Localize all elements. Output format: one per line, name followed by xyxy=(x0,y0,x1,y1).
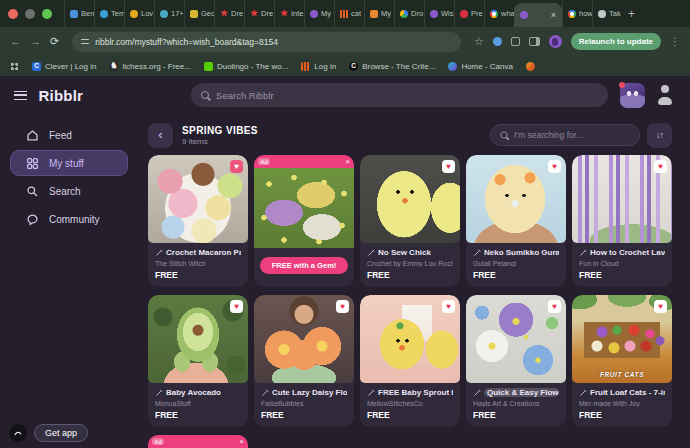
url-text[interactable]: ribblr.com/mystuff?which=wish_board&tag=… xyxy=(95,37,278,47)
app-badge-icon[interactable] xyxy=(9,424,27,442)
pattern-title[interactable]: Cute Lazy Daisy Flower (... xyxy=(272,388,347,397)
browser-tab[interactable]: cat xyxy=(334,0,364,27)
browser-tab[interactable]: My xyxy=(304,0,334,27)
hamburger-menu-icon[interactable] xyxy=(14,91,27,100)
pattern-author[interactable]: Crochet by Emmy Lou Roch xyxy=(367,260,453,267)
browser-tab[interactable]: Wis xyxy=(424,0,454,27)
pattern-card[interactable]: ♥ How to Crochet Lavender Fun in Cloud F… xyxy=(572,155,672,287)
window-controls[interactable] xyxy=(8,9,52,19)
browser-tab[interactable]: Tak xyxy=(592,0,622,27)
sidebar-item-my-stuff[interactable]: My stuff xyxy=(10,150,128,176)
browser-tab[interactable]: wha xyxy=(484,0,514,27)
sidebar-item-search[interactable]: Search xyxy=(0,178,140,204)
pattern-title[interactable]: How to Crochet Lavender xyxy=(590,248,665,257)
browser-menu-icon[interactable]: ⋮ xyxy=(670,36,680,47)
ad-card[interactable]: Ad × FREE with a Gem! xyxy=(254,155,354,287)
ribblr-mascot-icon[interactable] xyxy=(620,83,645,108)
sidebar-item-community[interactable]: Community xyxy=(0,206,140,232)
extension-icon[interactable] xyxy=(493,37,502,46)
relaunch-to-update-button[interactable]: Relaunch to update xyxy=(571,33,661,50)
ad-image[interactable] xyxy=(254,168,354,248)
back-button[interactable]: ‹ xyxy=(148,123,173,148)
bookmark-item[interactable] xyxy=(526,62,535,71)
address-bar[interactable]: ribblr.com/mystuff?which=wish_board&tag=… xyxy=(72,32,461,52)
ribblr-logo[interactable]: Ribblr xyxy=(39,87,84,104)
favorite-heart-icon[interactable]: ♥ xyxy=(442,160,455,173)
board-search-input[interactable] xyxy=(514,130,630,140)
sidebar-item-feed[interactable]: Feed xyxy=(0,122,140,148)
profile-icon[interactable] xyxy=(654,84,676,106)
reload-icon[interactable]: ⟳ xyxy=(50,36,59,47)
pattern-card[interactable]: ♥ FREE Baby Sprout Duck ... MellowStitch… xyxy=(360,295,460,427)
browser-tab[interactable]: Pre xyxy=(454,0,484,27)
pattern-card[interactable]: FRUIT CATS ♥ Fruit Loaf Cats - 7-in-1 L.… xyxy=(572,295,672,427)
site-settings-icon[interactable] xyxy=(81,38,89,45)
browser-tab[interactable]: 17+ xyxy=(154,0,184,27)
browser-tab[interactable]: Geo xyxy=(184,0,214,27)
pattern-title[interactable]: Fruit Loaf Cats - 7-in-1 L... xyxy=(590,388,665,397)
bookmark-item[interactable]: CBrowse - The Crite... xyxy=(349,62,435,71)
browser-tab[interactable]: Tem xyxy=(94,0,124,27)
profile-avatar[interactable] xyxy=(549,35,562,48)
pattern-title[interactable]: No Sew Chick xyxy=(378,248,431,257)
side-panel-icon[interactable] xyxy=(529,37,540,46)
global-search-bar[interactable] xyxy=(191,83,608,107)
favorite-heart-icon[interactable]: ♥ xyxy=(230,300,243,313)
browser-tab[interactable]: ★Dre xyxy=(214,0,244,27)
pattern-card[interactable]: ♥ Neko Sumikko Gurashi C... Gulali Pelan… xyxy=(466,155,566,287)
bookmark-item[interactable]: Home - Canva xyxy=(448,62,513,71)
ad-close-icon[interactable]: × xyxy=(345,158,350,166)
pattern-title[interactable]: Crochet Macaron Pattern xyxy=(166,248,241,257)
pattern-author[interactable]: Gulali Pelangi xyxy=(473,260,559,267)
pattern-author[interactable]: Fun in Cloud xyxy=(579,260,665,267)
favorite-heart-icon[interactable]: ♥ xyxy=(548,160,561,173)
browser-tab[interactable]: My xyxy=(364,0,394,27)
pattern-title[interactable]: Baby Avocado xyxy=(166,388,221,397)
favorite-heart-icon[interactable]: ♥ xyxy=(442,300,455,313)
forward-icon[interactable]: → xyxy=(30,36,41,47)
pattern-author[interactable]: Mer-made With Joy xyxy=(579,400,665,407)
apps-grid-icon[interactable] xyxy=(10,62,19,71)
favorite-heart-icon[interactable]: ♥ xyxy=(336,300,349,313)
browser-tab[interactable]: ★Dre xyxy=(244,0,274,27)
browser-tab[interactable]: how xyxy=(562,0,592,27)
pattern-card[interactable]: ♥ No Sew Chick Crochet by Emmy Lou Roch … xyxy=(360,155,460,287)
browser-tab[interactable]: Dro xyxy=(394,0,424,27)
favorite-heart-icon[interactable]: ♥ xyxy=(654,300,667,313)
browser-tab[interactable]: Lov xyxy=(124,0,154,27)
active-browser-tab[interactable]: × xyxy=(514,3,562,27)
browser-tab[interactable]: ★Inte xyxy=(274,0,304,27)
bookmark-item[interactable]: Log in xyxy=(301,62,336,71)
sort-button[interactable]: ↓↑ xyxy=(647,123,672,148)
back-icon[interactable]: ← xyxy=(10,36,21,47)
pattern-title[interactable]: Quick & Easy Flower A... xyxy=(484,388,559,397)
get-app-widget[interactable]: Get app xyxy=(9,424,88,442)
zoom-window-button[interactable] xyxy=(42,9,52,19)
bookmark-item[interactable]: ♞lichess.org - Free... xyxy=(109,62,190,71)
pattern-title[interactable]: Neko Sumikko Gurashi C... xyxy=(484,248,559,257)
extensions-puzzle-icon[interactable] xyxy=(511,37,520,46)
pattern-card[interactable]: ♥ Baby Avocado MonuaStuff FREE xyxy=(148,295,248,427)
bookmark-star-icon[interactable]: ☆ xyxy=(474,35,484,48)
pattern-author[interactable]: The Stitch Witch xyxy=(155,260,241,267)
pattern-card[interactable]: ♥ Crochet Macaron Pattern The Stitch Wit… xyxy=(148,155,248,287)
new-tab-button[interactable]: + xyxy=(628,7,635,21)
close-tab-icon[interactable]: × xyxy=(551,10,556,20)
favorite-heart-icon[interactable]: ♥ xyxy=(230,160,243,173)
ad-cta-button[interactable]: FREE with a Gem! xyxy=(260,257,348,274)
favorite-heart-icon[interactable]: ♥ xyxy=(654,160,667,173)
bookmark-item[interactable]: Duolingo - The wo... xyxy=(204,62,288,71)
ad-close-icon[interactable]: × xyxy=(239,438,244,446)
get-app-button[interactable]: Get app xyxy=(34,424,88,442)
board-search-bar[interactable] xyxy=(490,124,640,146)
favorite-heart-icon[interactable]: ♥ xyxy=(548,300,561,313)
pattern-author[interactable]: Hayls Art & Creations xyxy=(473,400,559,407)
pattern-card[interactable]: ♥ Quick & Easy Flower A... Hayls Art & C… xyxy=(466,295,566,427)
pattern-author[interactable]: MonuaStuff xyxy=(155,400,241,407)
minimize-window-button[interactable] xyxy=(25,9,35,19)
pattern-card[interactable]: ♥ Cute Lazy Daisy Flower (... FalseBubbl… xyxy=(254,295,354,427)
ad-card-partial[interactable]: Ad × xyxy=(148,435,248,448)
browser-tab[interactable]: Ben xyxy=(64,0,94,27)
pattern-title[interactable]: FREE Baby Sprout Duck ... xyxy=(378,388,453,397)
pattern-author[interactable]: FalseBubbles xyxy=(261,400,347,407)
